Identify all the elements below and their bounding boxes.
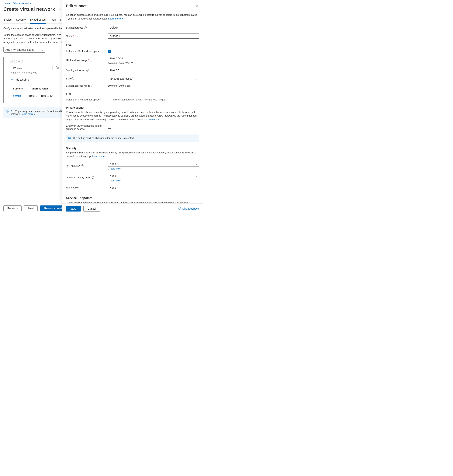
subnet-table: Subnets IP address range default 10.0.0.… xyxy=(13,85,59,99)
crumb-vnets[interactable]: Virtual networks xyxy=(14,2,31,5)
crumb-home[interactable]: Home xyxy=(3,2,10,5)
chevron-right-icon: › xyxy=(11,2,12,5)
label-starting-address: Starting address*i xyxy=(66,69,108,72)
tab-basics[interactable]: Basics xyxy=(3,18,12,23)
address-cidr: 10.0.0.0/16 xyxy=(10,60,23,63)
info-icon: ⓘ xyxy=(6,110,9,113)
starting-address-input[interactable] xyxy=(108,68,199,73)
private-info-banner: ⓘ This setting can't be changed after th… xyxy=(66,135,199,142)
next-button[interactable]: Next xyxy=(24,205,38,211)
info-icon[interactable]: i xyxy=(81,164,84,167)
section-security: Security xyxy=(66,147,199,150)
info-icon[interactable]: i xyxy=(92,176,94,179)
col-range: IP address range xyxy=(29,86,59,92)
previous-button[interactable]: Previous xyxy=(3,205,21,211)
col-subnets: Subnets xyxy=(13,86,28,92)
ipv6-note: This virtual network has no IPv6 address… xyxy=(113,98,166,101)
nat-gateway-dropdown[interactable]: None xyxy=(108,161,199,166)
section-service-endpoints: Service Endpoints xyxy=(66,196,199,200)
divider xyxy=(38,48,38,51)
panel-description: Select an address space and configure yo… xyxy=(66,13,199,21)
info-icon[interactable]: i xyxy=(90,59,92,61)
create-new-nat-link[interactable]: Create new xyxy=(108,167,120,170)
subnet-address-range-value: 10.0.0.0 - 10.0.0.255 xyxy=(108,84,131,87)
close-icon[interactable]: ✕ xyxy=(195,4,199,9)
add-ipv4-space-button[interactable]: Add IPv4 address space ⌵ xyxy=(3,47,45,53)
add-subnet-label: Add a subnet xyxy=(15,78,30,81)
size-dropdown[interactable]: /24 (256 addresses) xyxy=(108,76,199,81)
more-icon[interactable]: ··· xyxy=(58,7,61,11)
svg-point-0 xyxy=(178,208,179,209)
info-icon: ⓘ xyxy=(68,137,71,140)
label-name: Name*i xyxy=(66,35,108,37)
panel-footer: Save Cancel Give feedback xyxy=(62,203,203,214)
label-include-ipv6: Include an IPv6 address space xyxy=(66,98,108,101)
section-ipv6: IPv6 xyxy=(66,92,199,95)
private-subnet-desc: Private subnets enhance security by not … xyxy=(66,110,199,122)
subnet-purpose-dropdown[interactable]: Default xyxy=(108,25,199,30)
feedback-label: Give feedback xyxy=(182,207,199,210)
info-icon[interactable]: i xyxy=(75,35,78,37)
address-ip-input[interactable] xyxy=(11,65,53,70)
label-ipv4-range: IPv4 address range*i xyxy=(66,59,108,62)
include-ipv6-checkbox xyxy=(108,98,111,101)
label-nat-gateway: NAT gatewayi xyxy=(66,164,108,167)
section-ipv4: IPv4 xyxy=(66,43,199,47)
ipv4-range-hint: 10.0.0.0 - 10.0.255.255 xyxy=(108,62,199,65)
include-ipv4-checkbox[interactable]: ✓ xyxy=(108,50,111,53)
ipv4-range-dropdown[interactable]: 10.0.0.0/16 xyxy=(108,56,199,61)
collapse-icon[interactable]: ⌃ xyxy=(6,60,8,63)
edit-subnet-panel: Edit subnet ✕ Select an address space an… xyxy=(62,0,203,214)
learn-more-link[interactable]: Learn more xyxy=(144,118,159,121)
label-include-ipv4: Include an IPv4 address space xyxy=(66,50,108,53)
label-size: Sizei xyxy=(66,77,108,80)
info-icon[interactable]: i xyxy=(84,27,87,29)
table-row: default 10.0.0.0 - 10.0.0.255 xyxy=(13,92,59,99)
label-subnet-address-range: Subnet address rangei xyxy=(66,84,108,87)
tab-security[interactable]: Security xyxy=(16,18,26,23)
section-private-subnet: Private subnet xyxy=(66,106,199,109)
panel-title: Edit subnet xyxy=(66,4,87,8)
info-icon[interactable]: i xyxy=(71,77,74,80)
enable-private-checkbox[interactable] xyxy=(108,126,111,129)
info-icon[interactable]: i xyxy=(91,85,93,87)
private-info-text: This setting can't be changed after the … xyxy=(73,137,134,139)
info-icon[interactable]: i xyxy=(86,69,89,72)
label-subnet-purpose: Subnet purposei xyxy=(66,26,108,29)
save-button[interactable]: Save xyxy=(66,206,81,211)
address-range: 10.0.0.0 - 10.0.255.255 xyxy=(11,72,36,74)
subnet-range: 10.0.0.0 - 10.0.0.255 xyxy=(29,92,59,99)
name-input[interactable] xyxy=(108,33,199,39)
give-feedback-link[interactable]: Give feedback xyxy=(178,207,199,210)
chevron-right-icon: › xyxy=(32,2,33,5)
plus-icon: + xyxy=(11,78,13,81)
subnet-link-default[interactable]: default xyxy=(13,94,21,97)
chevron-down-icon[interactable]: ⌵ xyxy=(42,49,43,51)
route-table-dropdown[interactable]: None xyxy=(108,185,199,190)
security-desc: Simplify internet access for virtual mac… xyxy=(66,151,199,158)
label-enable-private: Enable private subnet (no default outbou… xyxy=(66,124,108,131)
learn-more-link[interactable]: Learn more xyxy=(21,113,35,115)
person-feedback-icon xyxy=(178,207,181,210)
tab-ip-addresses[interactable]: IP addresses xyxy=(30,18,46,24)
page-title: Create virtual network xyxy=(3,6,55,12)
learn-more-link[interactable]: Learn more xyxy=(108,17,123,20)
add-space-label: Add IPv4 address space xyxy=(6,48,34,51)
label-route-table: Route table xyxy=(66,186,108,189)
cancel-button[interactable]: Cancel xyxy=(83,206,100,211)
create-new-nsg-link[interactable]: Create new xyxy=(108,179,120,182)
label-nsg: Network security groupi xyxy=(66,176,108,179)
nsg-dropdown[interactable]: None xyxy=(108,173,199,178)
tab-tags[interactable]: Tags xyxy=(50,18,56,23)
learn-more-link[interactable]: Learn more xyxy=(92,155,107,158)
